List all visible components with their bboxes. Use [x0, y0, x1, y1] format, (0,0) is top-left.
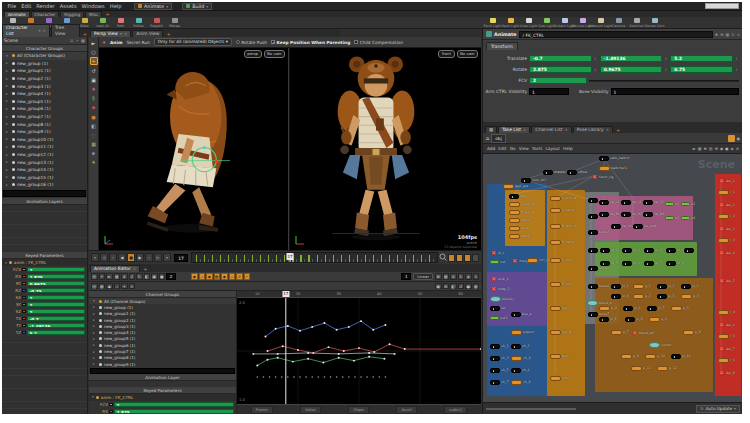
network-node[interactable]: ref [490, 306, 505, 311]
channel-row[interactable]: RZ-0.75 [2, 287, 87, 294]
network-node[interactable]: p_3 [681, 294, 699, 299]
tree-item[interactable]: ▸new_group13 (1) [2, 158, 86, 166]
key-button-icon-0[interactable]: ◆ [191, 273, 198, 280]
menu-windows[interactable]: Windows [79, 3, 107, 9]
graph-playhead-label[interactable]: 17 [282, 291, 289, 297]
camera-tool[interactable]: ◈ [90, 149, 98, 157]
network-node[interactable]: p_1 [633, 284, 651, 289]
anim-toolbar2-icon-5[interactable]: × [129, 283, 136, 290]
anim-toolbar2-icon-4[interactable]: + [121, 283, 128, 290]
child-compensation-checkbox[interactable]: Child Compensation [354, 40, 403, 45]
channel-row[interactable]: TX-0.7 [2, 315, 87, 322]
channel-value[interactable]: 5.2 [27, 330, 86, 336]
network-node[interactable]: tw_L1 [599, 200, 620, 205]
key-pose-toggle[interactable] [456, 254, 463, 262]
tab-anim-view[interactable]: Anim View [132, 30, 163, 37]
anim-right-icon-2[interactable]: # [450, 273, 457, 280]
channel-row[interactable]: RX2.875 [2, 273, 87, 280]
network-node[interactable]: o1 [665, 202, 679, 206]
network-node[interactable]: blend_b [587, 300, 612, 306]
tree-item[interactable]: ▸new_group10 (1) [2, 136, 86, 144]
next-frame-button[interactable]: › [145, 253, 153, 262]
arm-ctrl-visibility-value[interactable]: 1 [529, 88, 569, 95]
channel-value[interactable]: -0.75 [27, 288, 86, 294]
network-toolbar-icon-6[interactable]: ● [725, 146, 729, 151]
folder-icon[interactable] [728, 135, 735, 142]
tree-item[interactable]: ▸new_group14 (1) [2, 166, 86, 174]
network-node[interactable]: st_6 [622, 261, 640, 266]
tree-item[interactable]: ▸new_group16 (1) [2, 181, 86, 189]
network-node[interactable]: ch_5 [490, 368, 509, 373]
anim-right-icon-5[interactable]: × [473, 273, 480, 280]
anim-toolbar-icon-3[interactable]: ▦ [114, 273, 121, 280]
translate-value[interactable]: -1.49136 [600, 55, 663, 62]
panel-icon-2[interactable]: ▦ [81, 38, 85, 43]
ghost-tool[interactable]: ◌ [90, 131, 98, 139]
anim-right-icon-3[interactable]: ↻ [458, 273, 465, 280]
network-node[interactable]: misc [550, 376, 570, 381]
curve-graph[interactable]: 10203040506017 2.0 1.0 FrameValueSlopeAc… [237, 291, 481, 414]
play-reverse-button[interactable]: ◀ [118, 253, 126, 262]
network-node[interactable]: geo_grp [503, 184, 528, 189]
anim-toolbar2-icon-0[interactable]: ▤ [91, 283, 98, 290]
ladder-icon[interactable]: ↕ [664, 68, 668, 72]
network-node[interactable]: jx_7 [647, 306, 665, 311]
anim-toolbar2r-icon-4[interactable]: ● [465, 283, 472, 290]
tree-item[interactable]: ▸new_group5 (1) [2, 98, 86, 106]
footer-frame[interactable]: Frame [251, 406, 273, 414]
network-node[interactable]: ch_8 [511, 380, 531, 385]
tree-item[interactable]: ▸new_group7 (1) [2, 113, 86, 121]
network-node[interactable]: neck [509, 226, 529, 231]
channel-group-row[interactable]: ▾ anim : FK_CTRL [2, 259, 87, 266]
tab-channel-list[interactable]: Channel List × [531, 126, 571, 133]
network-icon-tab[interactable]: ▦ [485, 126, 497, 133]
tab-tree-view[interactable]: Tree View [51, 24, 80, 37]
menu-assets[interactable]: Assets [57, 3, 79, 9]
menu-file[interactable]: File [5, 3, 19, 9]
network-toolbar-icon-3[interactable]: ▤ [709, 146, 713, 151]
home-icon[interactable]: ⌂ [486, 135, 489, 141]
network-node[interactable]: jx_3 [681, 284, 699, 289]
channel-row[interactable]: RY0.9675 [2, 280, 87, 287]
network-node[interactable]: r_3 [718, 238, 735, 243]
panel-icon-0[interactable]: ≡ [70, 38, 74, 43]
menu-edit[interactable]: Edit [19, 3, 34, 9]
tab-take-list[interactable]: Take List × [498, 126, 530, 133]
network-menu-tools[interactable]: Tools [532, 146, 543, 151]
network-node[interactable]: constr [649, 342, 671, 348]
tab-transform[interactable]: Transform [486, 42, 518, 50]
network-node[interactable]: toe_L [550, 306, 571, 311]
translate-value[interactable]: 5.2 [670, 55, 733, 62]
network-node[interactable]: tw_end [633, 224, 656, 229]
channel-value[interactable]: 0.9675 [27, 281, 86, 287]
network-node[interactable]: st_7 [644, 261, 662, 266]
network-node[interactable]: tw_R2 [621, 212, 642, 217]
footer-slope[interactable]: Slope [348, 406, 369, 414]
network-node[interactable]: st_2 [622, 248, 640, 253]
network-node[interactable]: r_6 [718, 358, 735, 363]
network-node[interactable]: jx_2 [657, 284, 675, 289]
key-button-icon-6[interactable]: ↺ [236, 273, 243, 280]
viewport-front[interactable]: frontNo cam [290, 48, 481, 250]
quick-search-field[interactable] [705, 3, 739, 9]
expand-icon[interactable]: ▾ [92, 395, 94, 399]
ladder-icon[interactable]: ↕ [735, 68, 739, 72]
network-node[interactable]: ✖del_1 [718, 178, 735, 184]
keep-position-checkbox[interactable]: ✓Keep Position When Parenting [271, 40, 350, 45]
network-node[interactable]: ✖del_7 [718, 346, 735, 352]
channel-row[interactable]: SZ2 [2, 308, 87, 315]
close-icon[interactable]: × [43, 28, 46, 34]
network-menu-add[interactable]: Add [487, 146, 495, 151]
network-toolbar-icon-5[interactable]: ◆ [720, 146, 723, 151]
shelf-tool-area-light[interactable]: Area Light [520, 17, 537, 29]
network-node[interactable]: tw_L3 [643, 200, 664, 205]
loop-toggle[interactable] [472, 254, 479, 262]
network-node[interactable]: p_7 [611, 330, 629, 335]
network-node[interactable]: ch_7 [490, 380, 509, 385]
tree-item[interactable]: ▸new_group (1) [2, 60, 86, 68]
shelf-tool-look-at[interactable]: Look At [94, 17, 111, 29]
footer-value[interactable]: Value [300, 406, 320, 414]
prev-key-button[interactable]: ◁ [100, 253, 108, 262]
tree-item[interactable]: ▸new_group9 (1) [2, 128, 86, 136]
network-node[interactable]: jx_10 [671, 354, 691, 359]
